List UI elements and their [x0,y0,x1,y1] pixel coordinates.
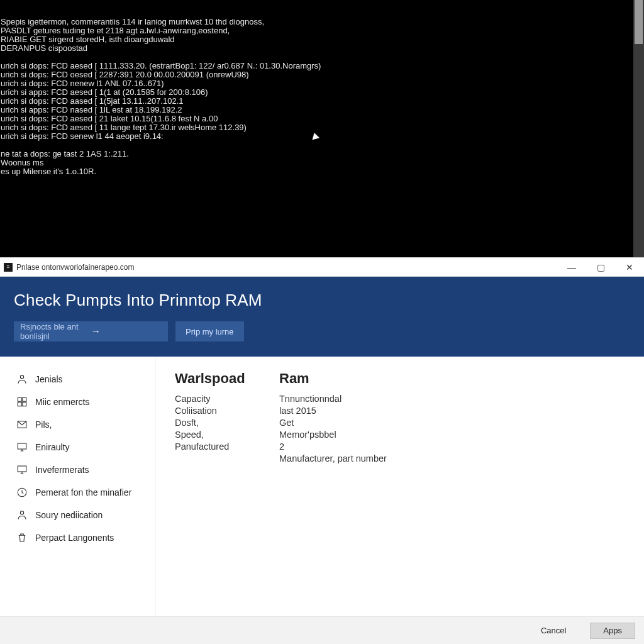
property-value: Manufacturer, part number [279,453,443,465]
property-label: Panufactured [175,441,257,453]
person-icon [16,374,28,385]
property-label: Coliisation [175,405,257,417]
property-value: Get [279,417,443,429]
sidebar-item-pemerat[interactable]: Pemerat fon the minafier [0,481,155,504]
property-label: Capacity [175,393,257,405]
property-value: last 2015 [279,405,443,417]
sidebar-item-label: Invefermerats [35,465,89,475]
svg-rect-4 [23,402,26,406]
clock-icon [16,487,28,498]
window-minimize-button[interactable]: — [557,258,586,277]
window-title: Pnlase ontonvworiofainerapeo.com [16,263,134,272]
apps-button[interactable]: Apps [590,623,635,639]
svg-point-9 [20,511,23,514]
search-placeholder: Rsjnocts ble ant bonlisjnl [20,322,91,341]
sidebar-item-label: Soury nediication [35,510,103,520]
sidebar-item-label: Eniraulty [35,442,69,452]
svg-rect-2 [23,397,26,401]
sidebar-item-label: Jenials [35,374,63,384]
property-value: Tnnunctionndal [279,393,443,405]
terminal-scrollbar[interactable] [633,0,644,257]
svg-point-0 [20,375,23,379]
sidebar-item-soury[interactable]: Soury nediication [0,504,155,526]
main-panel: Warlspoad CapacityColiisationDosft,Speed… [156,357,462,616]
apps-button-label: Apps [603,626,622,635]
app-icon: ≡ [4,263,13,272]
sidebar-item-label: Pemerat fon the minafier [35,487,131,497]
maximize-icon: ▢ [597,262,605,272]
window-titlebar[interactable]: ≡ Pnlase ontonvworiofainerapeo.com — ▢ ✕ [0,258,644,277]
sidebar-item-pils[interactable]: Pils, [0,413,155,436]
trash-icon [16,532,28,543]
sidebar-item-miic[interactable]: Miic enmercts [0,391,155,413]
footer-bar: Cancel Apps [0,616,644,644]
property-label: Dosft, [175,417,257,429]
close-icon: ✕ [626,262,633,272]
cancel-button-label: Cancel [541,626,566,635]
sidebar-item-perpact[interactable]: Perpact Langonents [0,526,155,549]
minimize-icon: — [567,262,576,272]
section-heading-left: Warlspoad [175,370,257,387]
property-label: Speed, [175,429,257,441]
svg-rect-1 [18,397,21,401]
arrow-right-icon: → [91,326,162,337]
scrollbar-thumb[interactable] [635,0,643,44]
monitor-icon [16,441,28,453]
grid-icon [16,396,28,408]
help-button[interactable]: Prip my lurne [175,321,244,341]
envelope-icon [16,419,28,430]
content-area: Jenials Miic enmercts Pils, Eniraulty In… [0,357,644,616]
sidebar-item-eniraulty[interactable]: Eniraulty [0,436,155,458]
header-banner: Check Pumpts Into Prinntop RAM Rsjnocts … [0,277,644,357]
sidebar: Jenials Miic enmercts Pils, Eniraulty In… [0,357,156,616]
sidebar-item-label: Miic enmercts [35,397,89,407]
page-title: Check Pumpts Into Prinntop RAM [14,291,630,310]
cancel-button[interactable]: Cancel [528,623,579,639]
sidebar-item-jenials[interactable]: Jenials [0,368,155,391]
search-input[interactable]: Rsjnocts ble ant bonlisjnl → [14,321,168,341]
window-maximize-button[interactable]: ▢ [586,258,615,277]
property-value: Memor'psbbel [279,429,443,441]
sidebar-item-label: Pils, [35,419,52,430]
monitor-icon [16,464,28,475]
settings-window: ≡ Pnlase ontonvworiofainerapeo.com — ▢ ✕… [0,257,644,644]
svg-rect-7 [18,466,26,472]
sidebar-item-invefermerats[interactable]: Invefermerats [0,458,155,481]
svg-rect-3 [18,402,21,406]
person-icon [16,509,28,521]
property-value: 2 [279,441,443,453]
section-heading-right: Ram [279,370,443,387]
window-close-button[interactable]: ✕ [615,258,644,277]
svg-rect-6 [18,443,26,449]
terminal-window[interactable]: Spepis igettermon, commerantiis 114 ir l… [0,0,644,257]
help-button-label: Prip my lurne [186,327,234,336]
sidebar-item-label: Perpact Langonents [35,533,114,543]
